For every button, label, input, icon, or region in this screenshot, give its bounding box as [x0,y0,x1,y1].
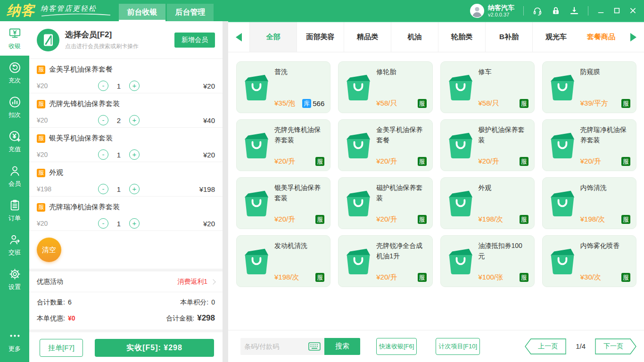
cart-item-name-row: 服 外观 [37,168,215,177]
product-card[interactable]: 修车 ¥58/只 库 服 [440,61,535,113]
product-card[interactable]: 磁护机油保养套装 ¥20/升 库 服 [338,177,432,229]
product-card[interactable]: 壳牌先锋机油保养套装 ¥20/升 库 服 [236,119,330,171]
cart-item-name-row: 服 金美孚机油保养套餐 [37,65,215,74]
shopping-bag-icon [243,73,270,101]
lock-icon[interactable] [551,6,561,16]
product-price: ¥198/次 [580,215,605,224]
decrease-qty-button[interactable]: - [98,81,108,91]
category-tab[interactable]: 观光车 [532,22,579,52]
shopping-bag-icon [345,131,372,159]
category-tab[interactable]: 全部 [249,22,297,52]
sidebar-item-more[interactable]: 更多 [0,324,29,358]
category-scroll-right-button[interactable] [623,22,644,52]
cart-item-qty: 1 [108,220,129,228]
category-tab[interactable]: 机油 [391,22,438,52]
clear-cart-button[interactable]: 清空 [37,238,61,262]
product-card[interactable]: 防窥膜 ¥39/平方 库 服 [542,61,636,113]
product-card[interactable]: 壳牌瑞净机油保养套装 ¥20/升 库 服 [542,119,636,171]
sidebar-item-member[interactable]: 会员 [0,159,29,193]
sidebar-item-orders[interactable]: 订单 [0,193,29,228]
cart-item[interactable]: 服 壳牌瑞净机油保养套装 ¥20 - 1 + ¥20 [29,197,223,231]
product-bottom-row: ¥198/次 库 服 [274,273,324,282]
increase-qty-button[interactable]: + [129,184,140,194]
quick-cashier-button[interactable]: 快速收银[F6] [376,338,417,355]
member-select[interactable]: 选择会员[F2] 点击进行会员搜索或刷卡操作 新增会员 [29,21,223,59]
product-card[interactable]: 普洗 ¥35/泡 库 566 服 [236,61,330,113]
sidebar-label: 交班 [8,248,21,257]
chevron-right-icon [210,279,215,284]
user-info[interactable]: 纳客汽车 v2.0.0.37 [470,4,514,18]
tab-backend-admin[interactable]: 后台管理 [167,4,214,21]
download-icon[interactable] [570,6,579,16]
product-card[interactable]: 金美孚机油保养套餐 ¥20/升 库 服 [338,119,432,171]
service-badge: 服 [520,215,528,224]
sidebar-item-shift[interactable]: 交班 [0,228,29,262]
sidebar-item-settings[interactable]: 设置 [0,262,29,296]
service-badge: 服 [418,157,427,166]
category-scroll-left-button[interactable] [228,22,249,52]
product-price: ¥35/泡 [274,99,295,108]
product-card[interactable]: 修轮胎 ¥58/只 库 服 [338,61,432,113]
user-name: 纳客汽车 [488,4,514,12]
increase-qty-button[interactable]: + [129,218,140,229]
search-button[interactable]: 搜索 [324,338,360,355]
tab-front-cashier[interactable]: 前台收银 [119,4,165,21]
product-card[interactable]: 发动机清洗 ¥198/次 库 服 [236,235,330,287]
decrease-qty-button[interactable]: - [98,184,108,194]
increase-qty-button[interactable]: + [129,115,140,125]
close-button[interactable] [629,7,636,14]
cart-item-price: ¥20 [37,151,98,158]
minimize-button[interactable] [597,7,604,14]
sidebar-item-cashier[interactable]: 收银 [0,21,29,56]
sidebar-item-recharge[interactable]: 充值 [0,124,29,159]
cart-item-name: 金美孚机油保养套餐 [49,65,113,74]
product-card[interactable]: 内饰雾化喷香 ¥30/次 库 服 [542,235,636,287]
barcode-input[interactable] [244,343,308,350]
product-card[interactable]: 油漆抵扣券100元 ¥100/张 库 服 [440,235,535,287]
cart-item-price: ¥198 [37,185,98,193]
decrease-qty-button[interactable]: - [98,218,108,229]
increase-qty-button[interactable]: + [129,81,140,91]
next-page-button[interactable]: 下一页 [595,338,636,354]
promo-label: 优惠活动 [37,278,63,286]
maximize-button[interactable] [613,7,620,14]
product-card[interactable]: 壳牌锐净全合成机油1升 ¥20/升 库 服 [338,235,432,287]
keyboard-icon[interactable] [308,342,321,351]
sidebar-item-deduct-times[interactable]: 扣次 [0,90,29,124]
cart-item-total: ¥20 [203,151,215,159]
product-card[interactable]: 银美孚机油保养套装 ¥20/升 库 服 [236,177,330,229]
cart-item-total: ¥40 [203,116,215,124]
cashier-icon [8,27,21,40]
increase-qty-button[interactable]: + [129,149,140,160]
product-card[interactable]: 外观 ¥198/次 库 服 [440,177,535,229]
add-member-button[interactable]: 新增会员 [174,33,215,48]
product-card[interactable]: 极护机油保养套装 ¥20/升 库 服 [440,119,535,171]
product-price: ¥30/次 [580,273,601,282]
decrease-qty-button[interactable]: - [98,149,108,160]
sidebar-item-recharge-times[interactable]: 充次 [0,56,29,90]
member-text: 选择会员[F2] 点击进行会员搜索或刷卡操作 [65,29,139,50]
decrease-qty-button[interactable]: - [98,115,108,125]
cart-item-total: ¥198 [199,185,215,193]
product-bottom-row: ¥100/张 库 服 [479,273,528,282]
hold-order-button[interactable]: 挂单[F7] [40,339,83,357]
cart-item[interactable]: 服 外观 ¥198 - 1 + ¥198 [29,162,223,197]
promo-row[interactable]: 优惠活动 消费返利1 [29,272,223,292]
product-card[interactable]: 内饰清洗 ¥198/次 库 服 [542,177,636,229]
category-tab[interactable]: 轮胎类 [438,22,485,52]
checkout-button[interactable]: 实收[F5]: ¥298 [95,339,214,357]
category-tab[interactable]: 面部美容 [297,22,344,52]
support-headset-icon[interactable] [533,6,542,16]
discount-label: 本单优惠: [37,314,65,323]
cart-item[interactable]: 服 银美孚机油保养套装 ¥20 - 1 + ¥20 [29,128,223,162]
cart-item[interactable]: 服 金美孚机油保养套餐 ¥20 - 1 + ¥20 [29,59,223,93]
cart-item[interactable]: 服 壳牌先锋机油保养套装 ¥20 - 2 + ¥40 [29,93,223,128]
shopping-bag-icon [345,247,372,275]
prev-page-button[interactable]: 上一页 [525,338,566,354]
counting-items-button[interactable]: 计次项目[F10] [436,338,480,355]
service-badge: 服 [621,215,630,224]
cart-panel: 选择会员[F2] 点击进行会员搜索或刷卡操作 新增会员 服 金美孚机油保养套餐 … [29,21,223,362]
category-tab[interactable]: 套餐商品 [579,22,623,52]
category-tab[interactable]: B补胎 [485,22,532,52]
category-tab[interactable]: 精品类 [344,22,391,52]
